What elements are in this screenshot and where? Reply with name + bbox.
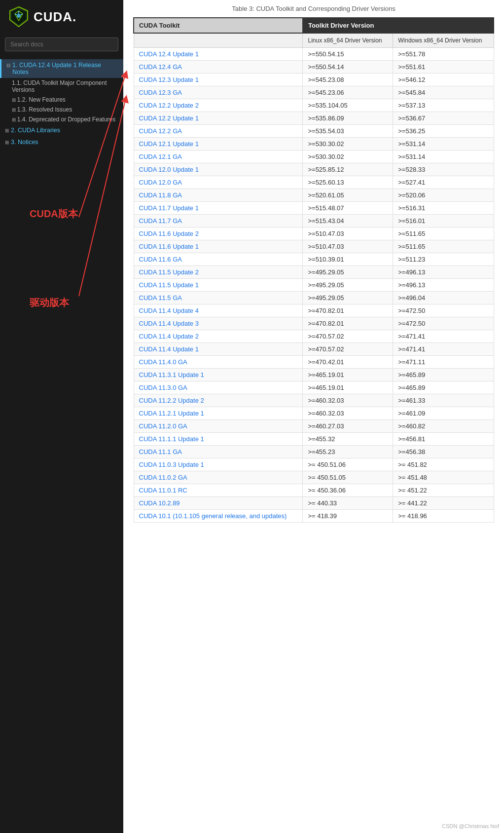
- cuda-version-cell: CUDA 11.2.2 Update 2: [134, 394, 303, 407]
- table-subheader-cuda-blank: [134, 33, 303, 48]
- windows-driver-cell: >=536.25: [393, 125, 494, 138]
- sidebar-item-section1-1[interactable]: 1.1. CUDA Toolkit Major Component Versio…: [0, 78, 123, 95]
- windows-driver-cell: >=511.65: [393, 227, 494, 240]
- expand-icon-1-3: ⊞: [12, 107, 17, 113]
- table-row: CUDA 12.1 GA>=530.30.02>=531.14: [134, 151, 494, 163]
- cuda-version-cell: CUDA 11.0.3 Update 1: [134, 458, 303, 471]
- linux-driver-cell: >=525.60.13: [303, 176, 393, 189]
- table-row: CUDA 12.3 GA>=545.23.06>=545.84: [134, 86, 494, 99]
- expand-icon-section2: ⊞: [5, 128, 9, 133]
- windows-driver-cell: >=537.13: [393, 99, 494, 112]
- windows-driver-cell: >= 451.82: [393, 458, 494, 471]
- linux-driver-cell: >=460.32.03: [303, 394, 393, 407]
- cuda-version-cell: CUDA 12.3 Update 1: [134, 74, 303, 86]
- cuda-version-cell: CUDA 11.6 GA: [134, 253, 303, 266]
- table-row: CUDA 11.8 GA>=520.61.05>=520.06: [134, 189, 494, 202]
- sidebar-item-section1[interactable]: ⊟ 1. CUDA 12.4 Update 1 Release Notes: [0, 59, 123, 78]
- linux-driver-cell: >= 440.33: [303, 497, 393, 510]
- linux-driver-cell: >=470.82.01: [303, 304, 393, 317]
- windows-driver-cell: >=471.11: [393, 356, 494, 369]
- linux-driver-cell: >=535.86.09: [303, 112, 393, 125]
- sidebar-item-section1-4[interactable]: ⊞ 1.4. Deprecated or Dropped Features: [0, 114, 123, 124]
- cuda-version-cell: CUDA 11.4 Update 2: [134, 330, 303, 343]
- table-row: CUDA 11.6 Update 1>=510.47.03>=511.65: [134, 240, 494, 253]
- linux-driver-cell: >=495.29.05: [303, 279, 393, 292]
- cuda-version-cell: CUDA 12.1 Update 1: [134, 138, 303, 151]
- windows-driver-cell: >=511.23: [393, 253, 494, 266]
- cuda-version-cell: CUDA 11.4 Update 1: [134, 343, 303, 356]
- sidebar-item-section2[interactable]: ⊞ 2. CUDA Libraries: [0, 124, 123, 136]
- watermark: CSDN @Christmas hiof: [442, 823, 499, 829]
- sidebar-item-section1-3[interactable]: ⊞ 1.3. Resolved Issues: [0, 105, 123, 114]
- cuda-version-cell: CUDA 11.8 GA: [134, 189, 303, 202]
- linux-driver-cell: >=520.61.05: [303, 189, 393, 202]
- cuda-version-cell: CUDA 11.4 Update 3: [134, 317, 303, 330]
- linux-driver-cell: >=515.43.04: [303, 215, 393, 227]
- cuda-version-cell: CUDA 11.5 GA: [134, 292, 303, 304]
- table-header-driver: Toolkit Driver Version: [303, 18, 494, 33]
- cuda-version-cell: CUDA 11.6 Update 2: [134, 227, 303, 240]
- main-content: Table 3: CUDA Toolkit and Corresponding …: [123, 0, 504, 833]
- table-row: CUDA 12.0 Update 1>=525.85.12>=528.33: [134, 163, 494, 176]
- windows-driver-cell: >=496.13: [393, 279, 494, 292]
- linux-driver-cell: >=525.85.12: [303, 163, 393, 176]
- section3-label: 3. Notices: [11, 139, 38, 146]
- windows-driver-cell: >=546.12: [393, 74, 494, 86]
- table-row: CUDA 12.2 Update 2>=535.104.05>=537.13: [134, 99, 494, 112]
- search-input[interactable]: [5, 38, 118, 51]
- search-area[interactable]: [0, 34, 123, 55]
- windows-driver-cell: >= 451.48: [393, 471, 494, 484]
- table-row: CUDA 11.1 GA>=455.23>=456.38: [134, 446, 494, 458]
- linux-driver-cell: >=470.57.02: [303, 343, 393, 356]
- linux-driver-cell: >= 450.51.06: [303, 458, 393, 471]
- sidebar-item-section3[interactable]: ⊞ 3. Notices: [0, 136, 123, 148]
- windows-driver-cell: >=496.13: [393, 266, 494, 279]
- table-row: CUDA 11.0.2 GA>= 450.51.05>= 451.48: [134, 471, 494, 484]
- nav-tree: ⊟ 1. CUDA 12.4 Update 1 Release Notes 1.…: [0, 55, 123, 833]
- windows-driver-cell: >=551.78: [393, 48, 494, 61]
- linux-driver-cell: >=510.47.03: [303, 227, 393, 240]
- windows-driver-cell: >=531.14: [393, 151, 494, 163]
- linux-driver-cell: >=470.57.02: [303, 330, 393, 343]
- table-row: CUDA 12.4 Update 1>=550.54.15>=551.78: [134, 48, 494, 61]
- windows-driver-cell: >=520.06: [393, 189, 494, 202]
- cuda-version-cell: CUDA 11.3.0 GA: [134, 381, 303, 394]
- sidebar-item-section1-2[interactable]: ⊞ 1.2. New Features: [0, 95, 123, 105]
- windows-driver-cell: >=471.41: [393, 343, 494, 356]
- linux-driver-cell: >=495.29.05: [303, 292, 393, 304]
- cuda-version-annotation: CUDA版本: [30, 207, 78, 221]
- cuda-version-cell: CUDA 11.7 Update 1: [134, 202, 303, 215]
- cuda-version-cell: CUDA 11.1.1 Update 1: [134, 433, 303, 446]
- windows-driver-cell: >=536.67: [393, 112, 494, 125]
- table-row: CUDA 11.2.2 Update 2>=460.32.03>=461.33: [134, 394, 494, 407]
- windows-driver-cell: >=461.33: [393, 394, 494, 407]
- table-row: CUDA 11.4 Update 1>=470.57.02>=471.41: [134, 343, 494, 356]
- table-row: CUDA 11.6 Update 2>=510.47.03>=511.65: [134, 227, 494, 240]
- table-row: CUDA 11.4 Update 3>=470.82.01>=472.50: [134, 317, 494, 330]
- linux-driver-cell: >=535.54.03: [303, 125, 393, 138]
- linux-driver-cell: >= 418.39: [303, 510, 393, 523]
- cuda-version-cell: CUDA 12.2 Update 1: [134, 112, 303, 125]
- linux-driver-cell: >=465.19.01: [303, 369, 393, 381]
- cuda-version-cell: CUDA 11.4.0 GA: [134, 356, 303, 369]
- cuda-version-cell: CUDA 10.1 (10.1.105 general release, and…: [134, 510, 303, 523]
- cuda-version-cell: CUDA 12.1 GA: [134, 151, 303, 163]
- cuda-version-cell: CUDA 12.4 Update 1: [134, 48, 303, 61]
- section2-label: 2. CUDA Libraries: [11, 127, 60, 134]
- linux-driver-cell: >=535.104.05: [303, 99, 393, 112]
- cuda-version-cell: CUDA 11.1 GA: [134, 446, 303, 458]
- driver-version-annotation: 驱动版本: [30, 296, 69, 309]
- linux-driver-cell: >=530.30.02: [303, 138, 393, 151]
- cuda-version-cell: CUDA 11.5 Update 2: [134, 266, 303, 279]
- table-row: CUDA 11.6 GA>=510.39.01>=511.23: [134, 253, 494, 266]
- linux-driver-cell: >=470.82.01: [303, 317, 393, 330]
- linux-driver-cell: >=495.29.05: [303, 266, 393, 279]
- windows-driver-cell: >= 441.22: [393, 497, 494, 510]
- expand-icon-1-2: ⊞: [12, 97, 17, 103]
- table-row: CUDA 12.0 GA>=525.60.13>=527.41: [134, 176, 494, 189]
- table-row: CUDA 11.5 Update 2>=495.29.05>=496.13: [134, 266, 494, 279]
- sidebar: CUDA. ⊟ 1. CUDA 12.4 Update 1 Release No…: [0, 0, 123, 833]
- linux-driver-cell: >=465.19.01: [303, 381, 393, 394]
- cuda-logo-text: CUDA.: [34, 9, 76, 25]
- table-row: CUDA 11.7 Update 1>=515.48.07>=516.31: [134, 202, 494, 215]
